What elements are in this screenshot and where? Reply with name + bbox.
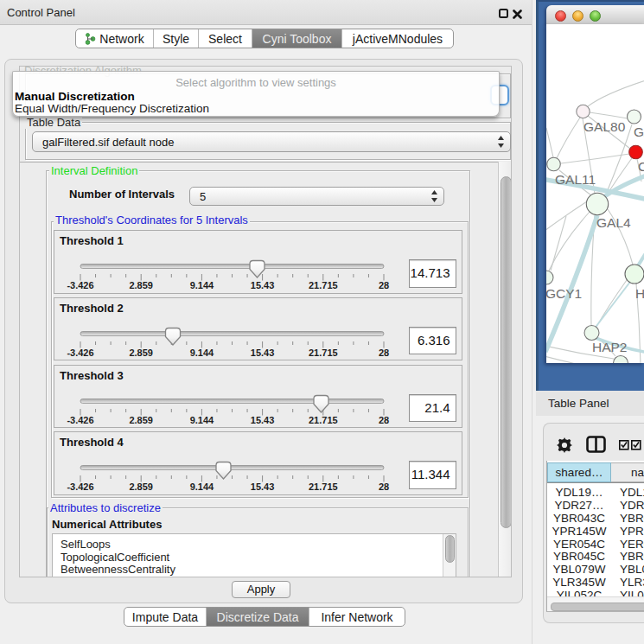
svg-text:2.859: 2.859 [129, 481, 153, 492]
svg-text:9.144: 9.144 [190, 415, 214, 425]
svg-text:-3.426: -3.426 [67, 280, 93, 290]
svg-text:21.715: 21.715 [309, 280, 338, 290]
svg-text:GCY1: GCY1 [546, 286, 582, 301]
svg-text:15.43: 15.43 [251, 481, 275, 492]
svg-text:HAP2: HAP2 [592, 340, 628, 354]
svg-text:-3.426: -3.426 [67, 481, 93, 492]
svg-text:GAL11: GAL11 [555, 172, 596, 187]
svg-text:21.715: 21.715 [309, 481, 338, 492]
svg-text:15.43: 15.43 [251, 348, 275, 358]
svg-text:9.144: 9.144 [190, 348, 214, 358]
svg-text:28: 28 [379, 280, 389, 290]
svg-text:15.43: 15.43 [251, 415, 275, 425]
svg-text:9.144: 9.144 [190, 280, 214, 290]
svg-text:28: 28 [379, 481, 389, 492]
svg-text:2.859: 2.859 [129, 348, 153, 358]
svg-text:28: 28 [379, 348, 389, 358]
svg-text:C: C [638, 159, 644, 174]
svg-text:28: 28 [379, 415, 389, 425]
svg-text:2.859: 2.859 [129, 415, 153, 425]
svg-text:GAL80: GAL80 [583, 119, 626, 134]
svg-text:21.715: 21.715 [309, 348, 338, 358]
svg-text:9.144: 9.144 [190, 481, 214, 492]
svg-text:-3.426: -3.426 [67, 348, 93, 358]
svg-text:H: H [635, 286, 644, 301]
svg-text:GA: GA [634, 124, 644, 139]
svg-text:-3.426: -3.426 [67, 415, 93, 425]
svg-text:2.859: 2.859 [129, 280, 153, 290]
svg-text:15.43: 15.43 [251, 280, 275, 290]
svg-text:21.715: 21.715 [309, 415, 338, 425]
svg-text:GAL4: GAL4 [596, 215, 631, 230]
